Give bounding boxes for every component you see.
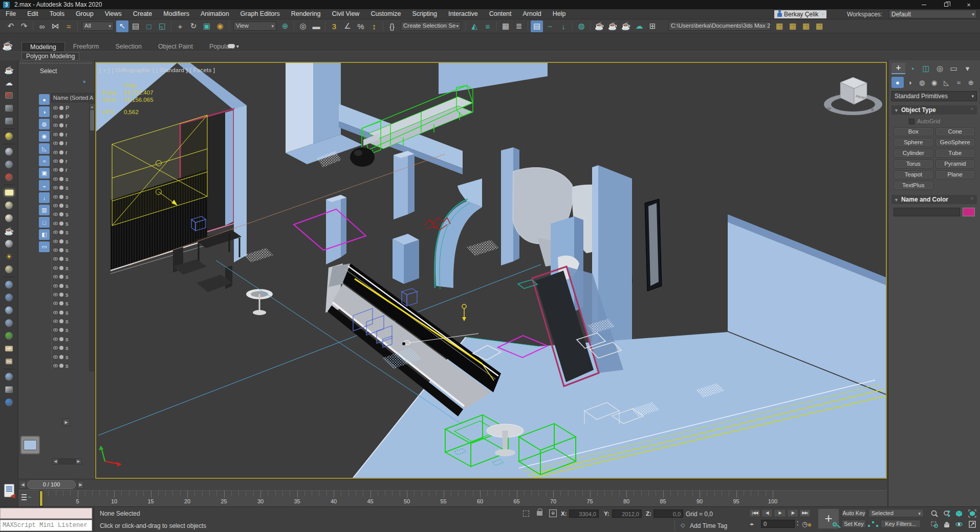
sun-light-icon[interactable]: ☀ xyxy=(3,250,16,263)
window-crossing-icon[interactable]: ◱ xyxy=(156,20,168,32)
torus-button[interactable]: Torus xyxy=(894,160,933,168)
spinner-snap-icon[interactable]: ↕ xyxy=(368,20,380,32)
auto-key-button[interactable]: Auto Key xyxy=(842,509,866,517)
sphere-light-icon[interactable] xyxy=(3,212,16,225)
render-dot-icon[interactable] xyxy=(59,115,63,119)
viewport-layout-tab[interactable] xyxy=(20,436,40,454)
visibility-eye-icon[interactable] xyxy=(53,133,58,136)
use-pivot-center-icon[interactable]: ⊕ xyxy=(279,20,291,32)
select-and-rotate-icon[interactable]: ↻ xyxy=(187,20,200,32)
visibility-eye-icon[interactable] xyxy=(53,320,58,323)
explorer-select-menu[interactable]: Select xyxy=(40,68,57,75)
render-dot-icon[interactable] xyxy=(59,248,63,252)
textplus-button[interactable]: TextPlus xyxy=(894,181,933,190)
visibility-eye-icon[interactable] xyxy=(53,328,58,331)
tab-utilities[interactable]: ▾ xyxy=(961,63,974,74)
previous-frame-icon[interactable]: ◀| xyxy=(761,509,773,517)
render-setup-icon[interactable]: ☕ xyxy=(593,20,605,32)
layer-explorer-toggle-icon[interactable]: ≣ xyxy=(513,20,525,32)
list-item[interactable]: s xyxy=(51,281,88,290)
previous-frame-button[interactable]: ◀ xyxy=(19,481,26,489)
next-frame-icon[interactable]: |▶ xyxy=(787,509,798,517)
filter-shapes[interactable]: ◑ xyxy=(39,106,50,117)
visibility-eye-icon[interactable] xyxy=(53,168,58,171)
viewport[interactable]: FRONT N W S [ + ][ Orthographic ][ Stand… xyxy=(95,62,887,479)
zoom-extents-icon[interactable] xyxy=(953,509,965,518)
visibility-eye-icon[interactable] xyxy=(53,275,58,278)
time-configuration-icon[interactable]: ◷⚙ xyxy=(802,520,812,528)
visibility-eye-icon[interactable] xyxy=(53,356,58,359)
create-systems-icon[interactable]: ⊕ xyxy=(965,77,977,88)
selection-set-dropdown[interactable]: Create Selection Se▾ xyxy=(401,21,461,31)
render-dot-icon[interactable] xyxy=(59,195,63,199)
visibility-eye-icon[interactable] xyxy=(53,267,58,270)
create-lights-icon[interactable]: ◍ xyxy=(916,77,928,88)
list-item[interactable]: s xyxy=(51,210,88,219)
visibility-eye-icon[interactable] xyxy=(53,213,58,216)
render-dot-icon[interactable] xyxy=(59,355,63,359)
ribbon-tab-selection[interactable]: Selection xyxy=(107,42,149,51)
cone-light-icon[interactable] xyxy=(3,237,16,250)
render-dot-icon[interactable] xyxy=(59,275,63,279)
minimize-button[interactable] xyxy=(912,0,935,9)
list-item[interactable]: s xyxy=(51,326,88,335)
scroll-up-icon[interactable]: ▴ xyxy=(90,104,95,109)
ribbon-tab-modeling[interactable]: Modeling xyxy=(21,42,65,51)
bind-to-space-warp-icon[interactable]: ≈ xyxy=(62,20,75,32)
render-dot-icon[interactable] xyxy=(59,364,63,368)
render-production-icon[interactable]: ☕ xyxy=(620,20,632,32)
visibility-eye-icon[interactable] xyxy=(53,204,58,207)
render-dot-icon[interactable] xyxy=(59,141,63,145)
z-coordinate-field[interactable]: 0,0 xyxy=(654,509,683,518)
list-item[interactable]: s xyxy=(51,228,88,236)
menu-file[interactable]: File xyxy=(0,9,21,19)
ribbon-teapot-icon[interactable]: ☕ xyxy=(2,40,13,51)
object-color-swatch[interactable] xyxy=(963,208,975,216)
visibility-eye-icon[interactable] xyxy=(53,142,58,145)
render-dot-icon[interactable] xyxy=(59,346,63,350)
tab-create[interactable]: + xyxy=(891,63,905,74)
render-dot-icon[interactable] xyxy=(59,106,63,110)
isolate-selection-icon[interactable] xyxy=(523,511,529,517)
list-item[interactable]: r xyxy=(51,148,88,157)
tab-hierarchy[interactable]: ◫ xyxy=(919,63,933,74)
teapot-button[interactable]: Teapot xyxy=(894,170,933,179)
video-post-icon[interactable] xyxy=(3,171,16,184)
list-item[interactable]: s xyxy=(51,184,88,192)
zoom-icon[interactable] xyxy=(929,509,940,518)
user-account-button[interactable]: Berkay Çelik ▾ xyxy=(774,10,826,18)
time-slider[interactable]: 0 / 100 xyxy=(27,480,76,489)
filter-containers[interactable]: □ xyxy=(39,217,50,228)
viewport-canvas[interactable]: FRONT N W S xyxy=(96,63,886,478)
visibility-eye-icon[interactable] xyxy=(53,195,58,198)
hair-icon[interactable]: HF xyxy=(3,342,16,355)
render-dot-icon[interactable] xyxy=(59,311,63,315)
camera-lister-icon[interactable] xyxy=(3,145,16,158)
menu-modifiers[interactable]: Modifiers xyxy=(158,9,195,19)
create-cameras-icon[interactable]: ◉ xyxy=(928,77,941,88)
render-dot-icon[interactable] xyxy=(59,301,63,305)
pan-hand-icon[interactable] xyxy=(941,520,952,528)
light-lister-icon[interactable] xyxy=(3,130,16,143)
rock-icon[interactable] xyxy=(3,317,16,329)
rectangular-selection-icon[interactable]: □ xyxy=(143,20,155,32)
angle-snap-icon[interactable]: ∠ xyxy=(341,20,354,32)
explorer-horizontal-scrollbar[interactable]: ◀ ▶ xyxy=(52,458,82,464)
cylinder-button[interactable]: Cylinder xyxy=(894,149,933,158)
list-item[interactable]: r xyxy=(51,157,88,165)
filter-xrefs[interactable]: ◒ xyxy=(39,180,50,191)
list-item[interactable]: s xyxy=(51,344,88,352)
list-item[interactable]: s xyxy=(51,272,88,281)
visibility-eye-icon[interactable] xyxy=(53,160,58,163)
track-bar[interactable]: 0510152025303540455055606570758085909510… xyxy=(18,490,887,506)
create-helpers-icon[interactable]: ◺ xyxy=(940,77,952,88)
render-dot-icon[interactable] xyxy=(59,257,63,261)
maximize-viewport-icon[interactable] xyxy=(967,520,978,528)
list-item[interactable]: s xyxy=(51,335,88,343)
menu-customize[interactable]: Customize xyxy=(365,9,406,19)
list-item[interactable]: P xyxy=(51,112,88,121)
box-button[interactable]: Box xyxy=(894,127,933,136)
filter-geometry[interactable]: ● xyxy=(39,94,50,105)
align-icon[interactable]: ≡ xyxy=(482,20,494,32)
menu-civil-view[interactable]: Civil View xyxy=(326,9,365,19)
